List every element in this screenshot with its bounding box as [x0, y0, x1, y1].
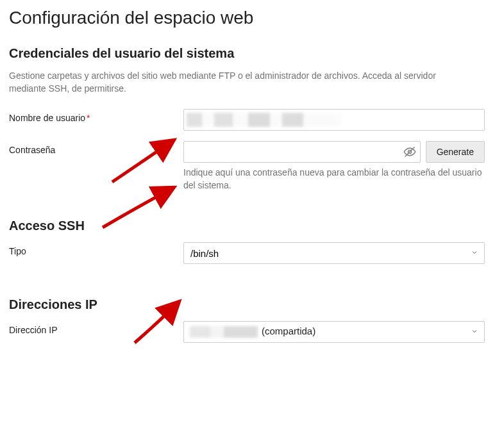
toggle-password-visibility-icon[interactable]: [403, 145, 417, 159]
password-hint: Indique aquí una contraseña nueva para c…: [183, 167, 485, 192]
ip-heading: Direcciones IP: [9, 297, 495, 312]
password-input[interactable]: [183, 141, 421, 163]
generate-password-button[interactable]: Generate: [426, 141, 485, 163]
ip-label: Dirección IP: [9, 321, 183, 335]
credentials-heading: Credenciales del usuario del sistema: [9, 46, 495, 61]
password-label: Contraseña: [9, 141, 183, 155]
credentials-description: Gestione carpetas y archivos del sitio w…: [9, 70, 471, 95]
username-label: Nombre de usuario*: [9, 109, 183, 123]
ssh-heading: Acceso SSH: [9, 219, 495, 233]
required-asterisk: *: [87, 113, 90, 123]
redacted-username: [187, 113, 340, 127]
ssh-type-select[interactable]: /bin/sh: [183, 242, 485, 264]
page-title: Configuración del espacio web: [9, 8, 495, 28]
ip-address-select[interactable]: [183, 321, 485, 343]
ssh-type-label: Tipo: [9, 242, 183, 256]
